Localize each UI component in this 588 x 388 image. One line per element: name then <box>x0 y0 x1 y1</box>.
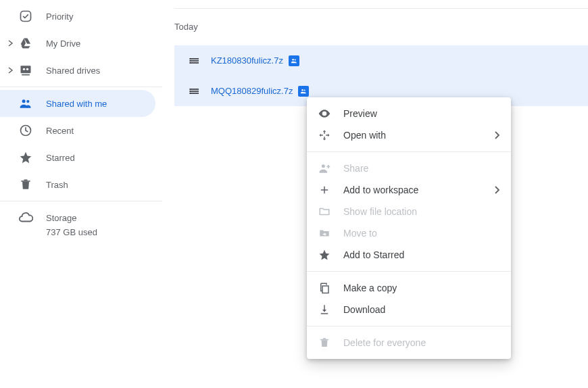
menu-label: Share <box>343 163 500 174</box>
eye-icon <box>318 107 331 120</box>
sidebar-item-label: Priority <box>46 11 73 22</box>
svg-point-23 <box>304 89 305 91</box>
svg-point-12 <box>189 60 191 62</box>
shared-badge-icon <box>298 86 309 97</box>
chevron-right-icon <box>495 186 500 194</box>
menu-label: Add to workspace <box>343 185 495 195</box>
sidebar-item-label: Starred <box>46 153 75 163</box>
svg-point-22 <box>302 89 304 91</box>
menu-download[interactable]: Download <box>307 299 511 320</box>
svg-rect-10 <box>191 62 199 64</box>
menu-divider <box>307 326 511 326</box>
svg-rect-26 <box>322 286 328 293</box>
copy-icon <box>318 281 331 295</box>
svg-rect-0 <box>21 11 31 22</box>
menu-label: Move to <box>343 228 500 239</box>
open-with-icon <box>318 128 331 142</box>
menu-share: Share <box>307 157 511 179</box>
divider <box>174 8 588 9</box>
svg-point-20 <box>189 91 191 92</box>
recent-icon <box>18 122 34 139</box>
menu-preview[interactable]: Preview <box>307 103 511 124</box>
divider <box>0 201 162 201</box>
file-row[interactable]: KZ180830fulicz.7z <box>174 45 588 76</box>
svg-point-25 <box>322 164 325 168</box>
menu-label: Show file location <box>343 206 500 217</box>
menu-label: Open with <box>343 130 495 141</box>
menu-label: Preview <box>343 108 500 119</box>
svg-point-13 <box>189 62 191 64</box>
sidebar: Priority My Drive Shared drives Shared w… <box>0 0 162 388</box>
section-title: Today <box>174 22 198 32</box>
priority-icon <box>18 8 34 24</box>
archive-file-icon <box>188 84 201 98</box>
menu-label: Download <box>343 304 500 315</box>
svg-rect-16 <box>191 89 199 90</box>
context-menu: Preview Open with Share Add to workspace… <box>307 97 511 359</box>
menu-label: Delete for everyone <box>343 337 500 348</box>
sidebar-item-label: Trash <box>46 180 68 190</box>
menu-make-copy[interactable]: Make a copy <box>307 277 511 299</box>
divider <box>0 87 162 87</box>
menu-delete-everyone: Delete for everyone <box>307 332 511 354</box>
menu-label: Make a copy <box>343 283 500 293</box>
svg-rect-8 <box>191 58 199 59</box>
cloud-icon <box>18 210 34 226</box>
svg-rect-27 <box>321 313 328 314</box>
plus-icon <box>318 183 331 197</box>
my-drive-icon <box>18 35 34 51</box>
svg-rect-9 <box>191 60 199 62</box>
svg-rect-1 <box>21 66 31 73</box>
sidebar-item-shared-with-me[interactable]: Shared with me <box>0 90 155 117</box>
archive-file-icon <box>188 54 201 68</box>
svg-point-24 <box>323 112 325 114</box>
svg-point-2 <box>23 68 25 70</box>
svg-rect-18 <box>191 93 199 94</box>
shared-badge-icon <box>289 55 299 66</box>
download-icon <box>318 303 331 316</box>
menu-divider <box>307 271 511 272</box>
expand-icon[interactable] <box>5 40 16 47</box>
sidebar-item-label: My Drive <box>46 39 80 49</box>
shared-with-me-icon <box>18 95 34 112</box>
star-icon <box>18 149 34 166</box>
star-icon <box>318 248 331 262</box>
person-add-icon <box>318 162 331 175</box>
svg-point-14 <box>292 59 294 61</box>
svg-point-11 <box>189 58 191 59</box>
svg-point-21 <box>189 93 191 94</box>
trash-icon <box>18 176 34 193</box>
storage-used: 737 GB used <box>18 227 162 237</box>
svg-point-19 <box>189 89 191 90</box>
sidebar-item-trash[interactable]: Trash <box>0 171 155 198</box>
sidebar-item-recent[interactable]: Recent <box>0 117 155 144</box>
folder-move-icon <box>318 226 331 240</box>
sidebar-item-my-drive[interactable]: My Drive <box>0 30 155 57</box>
menu-show-location: Show file location <box>307 201 511 222</box>
svg-point-15 <box>295 59 296 60</box>
svg-rect-4 <box>22 74 30 76</box>
expand-icon[interactable] <box>5 67 16 74</box>
sidebar-item-starred[interactable]: Starred <box>0 144 155 171</box>
sidebar-storage[interactable]: Storage 737 GB used <box>0 204 162 237</box>
menu-add-workspace[interactable]: Add to workspace <box>307 179 511 201</box>
trash-icon <box>318 336 331 349</box>
sidebar-item-priority[interactable]: Priority <box>0 3 155 30</box>
svg-point-6 <box>26 100 29 103</box>
menu-open-with[interactable]: Open with <box>307 124 511 146</box>
file-name: KZ180830fulicz.7z <box>211 55 283 66</box>
menu-divider <box>307 151 511 152</box>
sidebar-item-label: Shared with me <box>46 99 107 109</box>
sidebar-item-label: Recent <box>46 126 74 136</box>
sidebar-item-shared-drives[interactable]: Shared drives <box>0 57 155 84</box>
svg-point-5 <box>22 99 26 103</box>
svg-point-3 <box>26 68 28 70</box>
menu-add-starred[interactable]: Add to Starred <box>307 244 511 266</box>
folder-icon <box>318 205 331 218</box>
menu-label: Add to Starred <box>343 249 500 260</box>
chevron-right-icon <box>495 131 500 139</box>
menu-move-to: Move to <box>307 222 511 244</box>
file-name: MQQ180829fulicz.7z <box>211 86 293 96</box>
sidebar-item-label: Shared drives <box>46 66 100 76</box>
svg-rect-17 <box>191 91 199 92</box>
